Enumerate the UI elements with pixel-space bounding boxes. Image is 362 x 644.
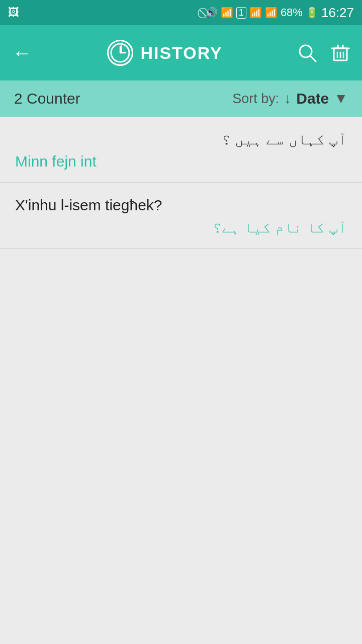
maltese-text-2: X'inhu l-isem tiegħek?	[15, 197, 162, 213]
msg-right-1: آپ کہاں سے ہیں ؟	[15, 131, 347, 148]
status-right: ⃠🔊 📶 1 📶 📶 68% 🔋 16:27	[205, 5, 354, 21]
list-item[interactable]: آپ کہاں سے ہیں ؟ Minn fejn int	[0, 117, 362, 183]
signal1-icon: 📶	[249, 7, 262, 19]
screen-icon: 🖼	[8, 6, 19, 19]
signal2-icon: 📶	[265, 7, 278, 19]
time-display: 16:27	[321, 5, 354, 21]
sim-icon: 1	[236, 7, 246, 19]
app-bar: ← HISTORY	[0, 25, 362, 80]
urdu-text-2: آپ کا نام کیا ہے؟	[213, 219, 347, 235]
battery-icon: 🔋	[306, 7, 318, 19]
history-list: آپ کہاں سے ہیں ؟ Minn fejn int X'inhu l-…	[0, 117, 362, 644]
list-item[interactable]: X'inhu l-isem tiegħek? آپ کا نام کیا ہے؟	[0, 183, 362, 249]
urdu-text-1: آپ کہاں سے ہیں ؟	[222, 131, 347, 147]
msg-right-2: آپ کا نام کیا ہے؟	[15, 219, 347, 236]
sort-section[interactable]: Sort by: ↓ Date ▼	[232, 90, 348, 107]
counter-label: 2 Counter	[14, 90, 80, 107]
sort-by-label: Sort by:	[232, 91, 279, 107]
history-clock-icon	[107, 40, 133, 66]
svg-line-4	[310, 56, 316, 61]
sort-value: Date	[296, 90, 329, 107]
status-left: 🖼	[8, 6, 19, 19]
back-button[interactable]: ←	[12, 42, 32, 64]
app-bar-actions	[298, 43, 350, 62]
delete-button[interactable]	[331, 43, 350, 62]
battery-text: 68%	[281, 6, 303, 19]
sort-direction-icon: ↓	[284, 91, 291, 107]
dropdown-icon[interactable]: ▼	[334, 91, 348, 107]
filter-bar: 2 Counter Sort by: ↓ Date ▼	[0, 80, 362, 117]
app-bar-title: HISTORY	[140, 43, 222, 63]
msg-left-2: X'inhu l-isem tiegħek?	[15, 197, 347, 214]
app-bar-center: HISTORY	[107, 40, 222, 66]
bluetooth-mute-icon: ⃠🔊	[205, 7, 218, 19]
wifi-icon: 📶	[221, 7, 233, 19]
maltese-text-1: Minn fejn int	[15, 153, 97, 170]
search-button[interactable]	[298, 43, 317, 62]
status-bar: 🖼 ⃠🔊 📶 1 📶 📶 68% 🔋 16:27	[0, 0, 362, 25]
msg-left-1: Minn fejn int	[15, 153, 347, 170]
